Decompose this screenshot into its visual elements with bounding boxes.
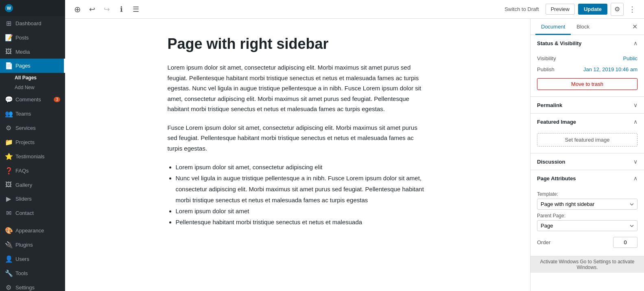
content-list: Lorem ipsum dolor sit amet, consectetur … <box>176 162 428 228</box>
faqs-icon: ❓ <box>5 167 12 175</box>
sidebar-item-settings-label: Settings <box>15 284 35 291</box>
editor[interactable]: Page with right sidebar Lorem ipsum dolo… <box>65 19 530 291</box>
switch-to-draft-button[interactable]: Switch to Draft <box>501 4 542 14</box>
settings-gear-button[interactable]: ⚙ <box>611 3 624 16</box>
sidebar-item-tools[interactable]: 🔧 Tools <box>0 266 65 280</box>
sidebar-item-posts-label: Posts <box>15 35 29 41</box>
sidebar-item-tools-label: Tools <box>15 270 28 276</box>
discussion-title: Discussion <box>537 159 565 165</box>
sidebar-item-pages[interactable]: 📄 Pages <box>0 59 65 73</box>
comments-badge: 3 <box>54 97 60 102</box>
plugins-icon: 🔌 <box>5 241 12 249</box>
move-to-trash-button[interactable]: Move to trash <box>537 78 637 90</box>
redo-button[interactable]: ↪ <box>101 4 112 15</box>
publish-label: Publish <box>537 66 554 72</box>
tab-document[interactable]: Document <box>535 19 571 35</box>
dashboard-icon: ⊞ <box>5 20 12 27</box>
sidebar-item-media[interactable]: 🖼 Media <box>0 45 65 59</box>
sidebar-sub-add-new[interactable]: Add New <box>0 83 65 92</box>
sidebar-item-teams[interactable]: 👥 Teams <box>0 107 65 121</box>
appearance-icon: 🎨 <box>5 227 12 234</box>
status-visibility-header[interactable]: Status & Visibility ∧ <box>530 35 644 51</box>
comments-icon: 💬 <box>5 96 12 103</box>
sidebar-item-sliders-label: Sliders <box>15 196 32 202</box>
preview-button[interactable]: Preview <box>546 4 575 15</box>
list-item-1[interactable]: Lorem ipsum dolor sit amet, consectetur … <box>176 162 428 173</box>
windows-notice-text: Activate Windows Go to Settings to activ… <box>540 259 634 270</box>
sidebar-item-users[interactable]: 👤 Users <box>0 252 65 266</box>
visibility-value[interactable]: Public <box>623 55 637 61</box>
sidebar-item-appearance[interactable]: 🎨 Appearance <box>0 223 65 238</box>
sidebar-item-testimonials-label: Testimonials <box>15 153 45 160</box>
tab-block[interactable]: Block <box>571 19 595 35</box>
paragraph-2[interactable]: Fusce Lorem ipsum dolor sit amet, consec… <box>168 123 428 154</box>
sidebar-item-services[interactable]: ⚙ Services <box>0 121 65 135</box>
sidebar-item-dashboard[interactable]: ⊞ Dashboard <box>0 16 65 31</box>
featured-image-chevron: ∧ <box>633 118 637 125</box>
sidebar-item-dashboard-label: Dashboard <box>15 20 41 26</box>
sidebar-brand: W <box>0 0 65 16</box>
order-row: Order <box>537 235 637 249</box>
pages-icon: 📄 <box>5 62 12 70</box>
publish-row: Publish Jan 12, 2019 10:46 am <box>537 64 637 75</box>
info-button[interactable]: ℹ <box>116 4 127 15</box>
permalink-header[interactable]: Permalink ∨ <box>530 97 644 113</box>
sidebar-item-pages-label: Pages <box>15 63 31 69</box>
list-item-4[interactable]: Pellentesque habitant morbi tristique se… <box>176 217 428 228</box>
featured-image-title: Featured Image <box>537 119 576 125</box>
permalink-section: Permalink ∨ <box>530 97 644 114</box>
visibility-row: Visibility Public <box>537 53 637 64</box>
sidebar-item-appearance-label: Appearance <box>15 228 44 234</box>
sidebar-item-projects-label: Projects <box>15 139 35 145</box>
right-panel-tabs: Document Block ✕ <box>530 19 644 35</box>
sliders-icon: ▶ <box>5 195 12 203</box>
projects-icon: 📁 <box>5 138 12 146</box>
parent-page-label: Parent Page: <box>537 213 637 219</box>
sidebar-item-comments[interactable]: 💬 Comments 3 <box>0 92 65 107</box>
sidebar-item-sliders[interactable]: ▶ Sliders <box>0 192 65 206</box>
sidebar-item-media-label: Media <box>15 49 30 55</box>
sidebar-item-posts[interactable]: 📝 Posts <box>0 31 65 45</box>
users-icon: 👤 <box>5 255 12 263</box>
sidebar-item-faqs[interactable]: ❓ FAQs <box>0 164 65 178</box>
update-button[interactable]: Update <box>578 4 607 15</box>
block-navigation-button[interactable]: ☰ <box>130 4 142 15</box>
featured-image-section: Featured Image ∧ Set featured image <box>530 114 644 153</box>
discussion-section: Discussion ∨ <box>530 153 644 170</box>
sidebar-item-settings[interactable]: ⚙ Settings <box>0 280 65 291</box>
sidebar-item-testimonials[interactable]: ⭐ Testimonials <box>0 149 65 164</box>
permalink-chevron: ∨ <box>633 102 637 108</box>
page-attributes-chevron: ∧ <box>633 175 637 182</box>
page-title[interactable]: Page with right sidebar <box>168 35 428 53</box>
add-block-button[interactable]: ⊕ <box>72 4 83 15</box>
posts-icon: 📝 <box>5 34 12 42</box>
sidebar-item-users-label: Users <box>15 256 29 262</box>
sidebar-item-gallery[interactable]: 🖼 Gallery <box>0 178 65 192</box>
featured-image-header[interactable]: Featured Image ∧ <box>530 114 644 130</box>
undo-button[interactable]: ↩ <box>86 4 98 15</box>
editor-wrapper: Page with right sidebar Lorem ipsum dolo… <box>65 19 644 291</box>
set-featured-image-button[interactable]: Set featured image <box>537 133 637 147</box>
sidebar-item-projects[interactable]: 📁 Projects <box>0 135 65 149</box>
discussion-header[interactable]: Discussion ∨ <box>530 153 644 170</box>
parent-page-select[interactable]: (no parent) Page About Contact <box>537 220 637 231</box>
sidebar-item-teams-label: Teams <box>15 111 31 117</box>
topbar: ⊕ ↩ ↪ ℹ ☰ Switch to Draft Preview Update… <box>65 0 644 19</box>
paragraph-1[interactable]: Lorem ipsum dolor sit amet, consectetur … <box>168 62 428 114</box>
template-select[interactable]: Default Template Page with right sidebar… <box>537 199 637 210</box>
list-item-2[interactable]: Nunc vel ligula in augue tristique pelle… <box>176 173 428 206</box>
sidebar-item-faqs-label: FAQs <box>15 168 29 174</box>
status-visibility-body: Visibility Public Publish Jan 12, 2019 1… <box>530 51 644 96</box>
undo-icon: ↩ <box>89 5 95 14</box>
sidebar-item-contact[interactable]: ✉ Contact <box>0 206 65 220</box>
page-attributes-header[interactable]: Page Attributes ∧ <box>530 170 644 186</box>
options-menu-button[interactable]: ⋮ <box>627 3 637 15</box>
close-panel-button[interactable]: ✕ <box>631 21 639 32</box>
editor-inner: Page with right sidebar Lorem ipsum dolo… <box>151 35 444 228</box>
sidebar-sub-all-pages[interactable]: All Pages <box>0 73 65 83</box>
status-visibility-title: Status & Visibility <box>537 40 582 46</box>
order-input[interactable] <box>613 237 637 248</box>
publish-value[interactable]: Jan 12, 2019 10:46 am <box>583 66 637 72</box>
list-item-3[interactable]: Lorem ipsum dolor sit amet <box>176 206 428 217</box>
sidebar-item-plugins[interactable]: 🔌 Plugins <box>0 238 65 252</box>
